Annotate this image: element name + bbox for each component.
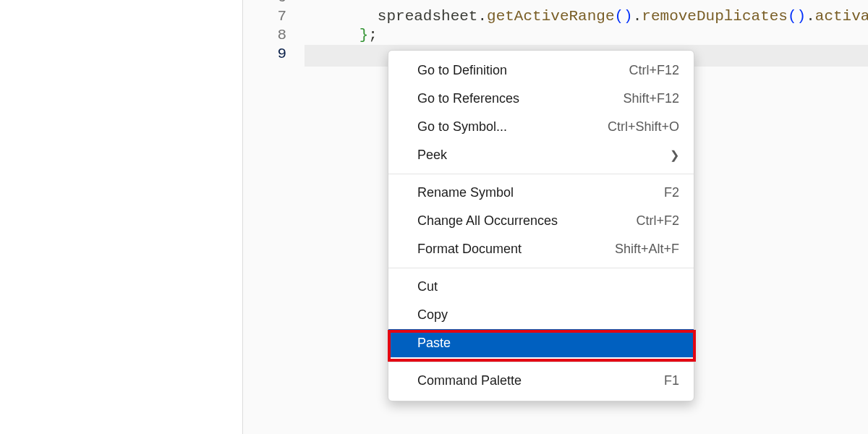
menu-separator bbox=[388, 362, 694, 362]
line-number-gutter: 6 7 8 9 bbox=[243, 0, 297, 434]
menu-separator bbox=[388, 174, 694, 174]
menu-item-go-to-symbol[interactable]: Go to Symbol... Ctrl+Shift+O bbox=[388, 113, 694, 141]
menu-item-go-to-definition[interactable]: Go to Definition Ctrl+F12 bbox=[388, 56, 694, 85]
chevron-right-icon: ❯ bbox=[670, 148, 679, 162]
menu-item-label: Command Palette bbox=[417, 373, 522, 388]
code-token: ) bbox=[797, 8, 807, 25]
code-token: removeDuplicates bbox=[642, 8, 788, 25]
code-token: ) bbox=[624, 8, 633, 25]
code-token: . bbox=[633, 8, 642, 25]
line-number: 7 bbox=[243, 7, 286, 26]
code-token: ( bbox=[788, 8, 797, 25]
code-token: getActiveRange bbox=[487, 8, 614, 25]
menu-item-shortcut: F1 bbox=[664, 373, 679, 388]
menu-item-shortcut: Ctrl+Shift+O bbox=[608, 119, 679, 135]
menu-item-shortcut: Ctrl+F12 bbox=[629, 63, 679, 78]
code-line[interactable]: spreadsheet.getActiveRange().removeDupli… bbox=[305, 0, 868, 45]
menu-item-label: Go to Definition bbox=[417, 63, 507, 78]
menu-item-peek[interactable]: Peek ❯ bbox=[388, 141, 694, 169]
menu-item-label: Paste bbox=[417, 336, 451, 351]
menu-item-shortcut: F2 bbox=[664, 185, 679, 200]
editor-context-menu[interactable]: Go to Definition Ctrl+F12 Go to Referenc… bbox=[388, 50, 694, 401]
code-line[interactable]: }; bbox=[305, 7, 378, 64]
menu-item-shortcut: Shift+F12 bbox=[623, 91, 679, 106]
sidebar-region bbox=[0, 0, 242, 434]
menu-item-format-document[interactable]: Format Document Shift+Alt+F bbox=[388, 235, 694, 263]
line-number-current: 9 bbox=[243, 45, 286, 64]
menu-item-label: Rename Symbol bbox=[417, 185, 514, 200]
menu-item-change-all-occurrences[interactable]: Change All Occurrences Ctrl+F2 bbox=[388, 207, 694, 235]
menu-item-cut[interactable]: Cut bbox=[388, 273, 694, 301]
code-token: ( bbox=[615, 8, 624, 25]
menu-item-label: Peek bbox=[417, 148, 447, 163]
menu-item-command-palette[interactable]: Command Palette F1 bbox=[388, 367, 694, 395]
menu-item-label: Go to Symbol... bbox=[417, 119, 507, 135]
menu-item-label: Copy bbox=[417, 307, 448, 323]
code-token: activate bbox=[815, 8, 868, 25]
line-number: 8 bbox=[243, 26, 286, 45]
code-token: } bbox=[359, 27, 369, 43]
menu-item-rename-symbol[interactable]: Rename Symbol F2 bbox=[388, 179, 694, 207]
menu-item-shortcut: Ctrl+F2 bbox=[636, 213, 679, 229]
menu-item-label: Change All Occurrences bbox=[417, 213, 558, 229]
menu-item-copy[interactable]: Copy bbox=[388, 301, 694, 329]
menu-item-paste[interactable]: Paste bbox=[388, 329, 694, 357]
code-token: spreadsheet. bbox=[359, 8, 487, 25]
line-number: 6 bbox=[243, 0, 286, 7]
menu-item-go-to-references[interactable]: Go to References Shift+F12 bbox=[388, 85, 694, 113]
menu-item-label: Format Document bbox=[417, 242, 522, 257]
menu-item-label: Cut bbox=[417, 279, 438, 294]
menu-separator bbox=[388, 268, 694, 268]
menu-item-label: Go to References bbox=[417, 91, 519, 106]
menu-item-shortcut: Shift+Alt+F bbox=[615, 242, 679, 257]
code-token: . bbox=[806, 8, 815, 25]
code-token: ; bbox=[368, 27, 378, 43]
